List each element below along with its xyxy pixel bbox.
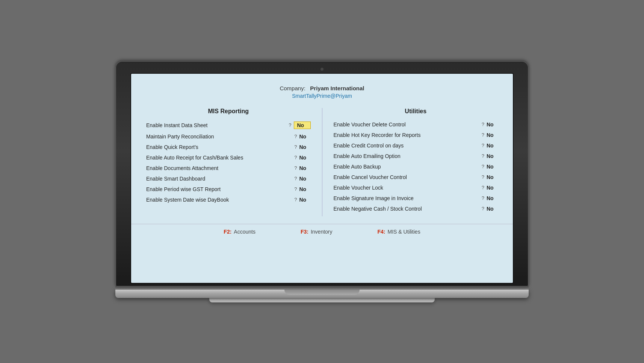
screen-content: Company: Priyam International SmartTally…	[131, 74, 513, 224]
question-mark: ?	[294, 144, 297, 150]
utilities-field-row[interactable]: Enable Hot Key Recorder for Reports?No	[334, 132, 498, 138]
footer-item[interactable]: F3:Inventory	[301, 229, 333, 235]
question-mark: ?	[482, 122, 484, 127]
laptop-stand	[284, 290, 360, 295]
question-mark: ?	[294, 186, 297, 192]
utilities-field-value[interactable]: No	[487, 195, 498, 201]
laptop-base	[115, 290, 529, 298]
laptop-lid: Company: Priyam International SmartTally…	[115, 61, 529, 287]
utilities-fields: Enable Voucher Delete Control?NoEnable H…	[334, 122, 498, 212]
mis-field-value[interactable]: No	[299, 144, 311, 150]
mis-field-label: Enable Auto Receipt for Cash/Bank Sales	[146, 155, 294, 161]
mis-field-row[interactable]: Enable Auto Receipt for Cash/Bank Sales?…	[146, 155, 311, 161]
mis-field-label: Enable Period wise GST Report	[146, 186, 294, 192]
mis-heading: MIS Reporting	[146, 108, 311, 115]
utilities-field-label: Enable Auto Backup	[334, 164, 482, 170]
mis-field-row[interactable]: Enable Instant Data Sheet?No	[146, 122, 311, 129]
question-mark: ?	[294, 155, 297, 160]
utilities-field-label: Enable Auto Emailing Option	[334, 153, 482, 159]
utilities-field-label: Enable Negative Cash / Stock Control	[334, 206, 482, 212]
mis-column: MIS Reporting Enable Instant Data Sheet?…	[146, 108, 311, 216]
mis-field-label: Enable Documents Attachment	[146, 165, 294, 171]
company-label: Company:	[280, 85, 305, 91]
utilities-field-value[interactable]: No	[487, 132, 498, 138]
company-name: Priyam International	[310, 85, 364, 91]
mis-field-value[interactable]: No	[299, 186, 311, 192]
main-columns: MIS Reporting Enable Instant Data Sheet?…	[146, 108, 498, 216]
mis-field-value[interactable]: No	[294, 122, 311, 129]
utilities-field-value[interactable]: No	[487, 122, 498, 128]
question-mark: ?	[482, 185, 484, 190]
column-divider	[322, 108, 322, 216]
utilities-field-row[interactable]: Enable Voucher Delete Control?No	[334, 122, 498, 128]
utilities-field-row[interactable]: Enable Negative Cash / Stock Control?No	[334, 206, 498, 212]
footer-label: Accounts	[234, 229, 255, 235]
utilities-field-value[interactable]: No	[487, 164, 498, 170]
mis-field-value[interactable]: No	[299, 176, 311, 182]
question-mark: ?	[289, 122, 291, 128]
footer-key: F4:	[378, 229, 385, 235]
utilities-field-value[interactable]: No	[487, 185, 498, 191]
utilities-field-row[interactable]: Enable Cancel Voucher Control?No	[334, 174, 498, 180]
footer: F2:AccountsF3:InventoryF4:MIS & Utilitie…	[131, 224, 513, 239]
utilities-field-label: Enable Credit Control on days	[334, 143, 482, 149]
mis-field-row[interactable]: Enable Quick Report's?No	[146, 144, 311, 150]
utilities-field-value[interactable]: No	[487, 206, 498, 212]
laptop-screen: Company: Priyam International SmartTally…	[130, 73, 514, 284]
question-mark: ?	[294, 197, 297, 202]
laptop-hinge	[115, 287, 529, 290]
utilities-field-row[interactable]: Enable Signature Image in Invoice?No	[334, 195, 498, 201]
mis-field-row[interactable]: Enable Period wise GST Report?No	[146, 186, 311, 192]
mis-field-row[interactable]: Maintain Party Reconciliation?No	[146, 134, 311, 140]
utilities-field-row[interactable]: Enable Auto Emailing Option?No	[334, 153, 498, 159]
utilities-field-label: Enable Voucher Delete Control	[334, 122, 482, 128]
utilities-heading: Utilities	[334, 108, 498, 115]
footer-label: MIS & Utilities	[388, 229, 420, 235]
footer-items: F2:AccountsF3:InventoryF4:MIS & Utilitie…	[224, 229, 420, 235]
utilities-field-label: Enable Cancel Voucher Control	[334, 174, 482, 180]
mis-field-row[interactable]: Enable Documents Attachment?No	[146, 165, 311, 171]
mis-field-label: Enable Smart Dashboard	[146, 176, 294, 182]
utilities-field-label: Enable Hot Key Recorder for Reports	[334, 132, 482, 138]
question-mark: ?	[482, 153, 484, 159]
question-mark: ?	[482, 174, 484, 180]
header: Company: Priyam International SmartTally…	[146, 85, 498, 99]
utilities-column: Utilities Enable Voucher Delete Control?…	[334, 108, 498, 216]
utilities-field-row[interactable]: Enable Voucher Lock?No	[334, 185, 498, 191]
company-line: Company: Priyam International	[146, 85, 498, 91]
question-mark: ?	[482, 132, 484, 138]
laptop-camera	[320, 68, 324, 71]
footer-label: Inventory	[311, 229, 333, 235]
utilities-field-label: Enable Signature Image in Invoice	[334, 195, 482, 201]
utilities-field-value[interactable]: No	[487, 174, 498, 180]
mis-field-value[interactable]: No	[299, 155, 311, 161]
utilities-field-row[interactable]: Enable Credit Control on days?No	[334, 143, 498, 149]
footer-key: F3:	[301, 229, 308, 235]
question-mark: ?	[482, 195, 484, 201]
utilities-field-value[interactable]: No	[487, 143, 498, 149]
mis-field-label: Maintain Party Reconciliation	[146, 134, 294, 140]
laptop-container: Company: Priyam International SmartTally…	[115, 61, 529, 302]
footer-item[interactable]: F4:MIS & Utilities	[378, 229, 420, 235]
question-mark: ?	[294, 134, 297, 139]
question-mark: ?	[294, 165, 297, 171]
question-mark: ?	[294, 176, 297, 181]
question-mark: ?	[482, 206, 484, 211]
footer-item[interactable]: F2:Accounts	[224, 229, 255, 235]
utilities-field-label: Enable Voucher Lock	[334, 185, 482, 191]
mis-field-row[interactable]: Enable Smart Dashboard?No	[146, 176, 311, 182]
question-mark: ?	[482, 143, 484, 148]
mis-fields: Enable Instant Data Sheet?NoMaintain Par…	[146, 122, 311, 203]
mis-field-label: Enable Instant Data Sheet	[146, 122, 289, 128]
question-mark: ?	[482, 164, 484, 169]
mis-field-value[interactable]: No	[299, 134, 311, 140]
mis-field-value[interactable]: No	[299, 197, 311, 203]
email-line: SmartTallyPrime@Priyam	[146, 93, 498, 99]
utilities-field-value[interactable]: No	[487, 153, 498, 159]
utilities-field-row[interactable]: Enable Auto Backup?No	[334, 164, 498, 170]
footer-key: F2:	[224, 229, 231, 235]
mis-field-label: Enable Quick Report's	[146, 144, 294, 150]
mis-field-label: Enable System Date wise DayBook	[146, 197, 294, 203]
mis-field-row[interactable]: Enable System Date wise DayBook?No	[146, 197, 311, 203]
mis-field-value[interactable]: No	[299, 165, 311, 171]
